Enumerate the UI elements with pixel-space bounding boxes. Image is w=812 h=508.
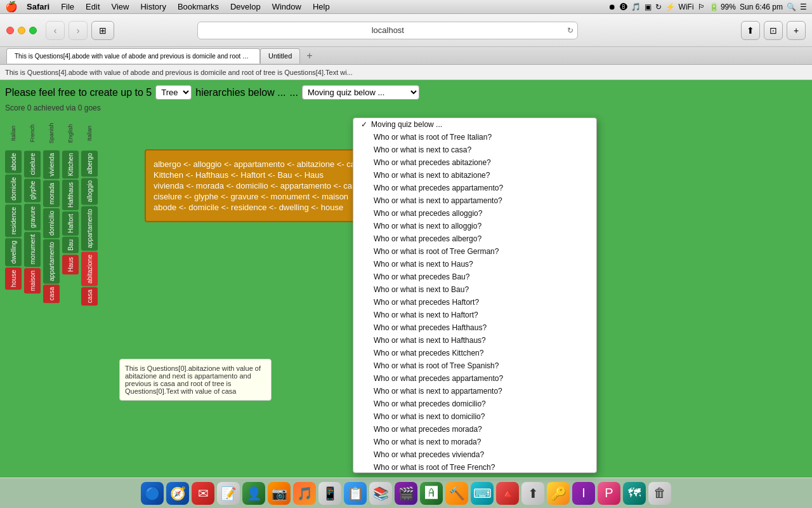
card-domicilio[interactable]: domicilio [43, 208, 60, 238]
card-casa-sp[interactable]: casa [43, 284, 60, 303]
dropdown-item-2[interactable]: Who or what is next to casa? [353, 144, 596, 156]
dropdown-item-10[interactable]: Who or what is root of Tree German? [353, 245, 596, 258]
card-gravure[interactable]: gravure [24, 204, 41, 231]
dock-maps[interactable]: 🗺 [623, 482, 646, 505]
card-domicile[interactable]: domicile [5, 175, 22, 203]
card-dwelling[interactable]: dwelling [5, 238, 22, 266]
menu-develop[interactable]: Develop [225, 0, 266, 13]
menu-history[interactable]: History [135, 0, 171, 13]
dock-phpstorm[interactable]: P [598, 482, 620, 505]
dropdown-item-12[interactable]: Who or what precedes Bau? [353, 271, 596, 283]
dropdown-item-27[interactable]: Who or what is root of Tree French? [353, 461, 596, 473]
dropdown-item-8[interactable]: Who or what is next to alloggio? [353, 220, 596, 232]
card-abitazione[interactable]: abitazione [81, 252, 98, 286]
dock-facetime[interactable]: 🎬 [395, 482, 417, 505]
card-morada[interactable]: morada [43, 180, 60, 207]
active-tab[interactable]: This is Questions[4].abode with value of… [6, 48, 260, 64]
url-bar[interactable]: localhost ↻ [197, 22, 578, 39]
dropdown-item-16[interactable]: Who or what precedes Hafthaus? [353, 321, 596, 334]
card-vivienda[interactable]: vivienda [43, 150, 60, 179]
card-glyphe[interactable]: glyphe [24, 178, 41, 202]
card-maison[interactable]: maison [24, 268, 41, 293]
card-abode[interactable]: abode [5, 150, 22, 173]
dock-contacts[interactable]: 👤 [242, 482, 265, 505]
fullscreen-button[interactable] [29, 27, 37, 34]
dropdown-item-13[interactable]: Who or what is next to Bau? [353, 283, 596, 296]
apple-menu[interactable]: 🍎 [5, 1, 18, 13]
dock-photos[interactable]: 📷 [268, 482, 291, 505]
tree-dropdown[interactable]: Tree [155, 85, 192, 100]
dropdown-item-0[interactable]: Moving quiz below ... [353, 118, 596, 131]
dock-intellij[interactable]: I [572, 482, 595, 505]
menu-help[interactable]: Help [308, 0, 335, 13]
dropdown-item-7[interactable]: Who or what precedes alloggio? [353, 207, 596, 220]
tab-overview-button[interactable]: ⊡ [764, 21, 783, 40]
dropdown-item-24[interactable]: Who or what precedes morada? [353, 423, 596, 436]
card-casa-it[interactable]: casa [81, 287, 98, 305]
dropdown-item-3[interactable]: Who or what precedes abitazione? [353, 156, 596, 169]
menu-window[interactable]: Window [267, 0, 306, 13]
card-haus[interactable]: Haus [62, 255, 79, 274]
dock-terminal[interactable]: ⌨ [471, 482, 494, 505]
card-bau[interactable]: Bau [62, 237, 79, 253]
dock-1password[interactable]: 🔑 [547, 482, 570, 505]
dropdown-item-17[interactable]: Who or what is next to Hafthaus? [353, 334, 596, 347]
card-monument[interactable]: monument [24, 232, 41, 267]
dock-filezilla[interactable]: ⬆ [521, 482, 544, 505]
menu-icon[interactable]: ☰ [800, 3, 807, 11]
card-appartamento-sp[interactable]: appartamento [43, 239, 60, 284]
dropdown-item-25[interactable]: Who or what is next to morada? [353, 436, 596, 448]
close-button[interactable] [6, 27, 14, 34]
dock-xcode[interactable]: 🔨 [445, 482, 468, 505]
dropdown-item-9[interactable]: Who or what precedes albergo? [353, 232, 596, 245]
dock-calculator[interactable]: 📱 [318, 482, 341, 505]
card-haftort[interactable]: Haftort [62, 211, 79, 236]
quiz-dropdown[interactable]: Moving quiz below ... [302, 85, 419, 100]
sidebar-button[interactable]: ⊞ [91, 21, 114, 40]
dropdown-item-19[interactable]: Who or what is root of Tree Spanish? [353, 359, 596, 372]
card-albergo[interactable]: albergo [81, 150, 98, 177]
minimize-button[interactable] [18, 27, 25, 34]
dock-reminders[interactable]: 📋 [344, 482, 367, 505]
dock-trash[interactable]: 🗑 [648, 482, 671, 505]
dock-itunes[interactable]: 🎵 [293, 482, 316, 505]
dropdown-item-21[interactable]: Who or what is next to appartamento? [353, 385, 596, 398]
dropdown-item-26[interactable]: Who or what precedes vivienda? [353, 448, 596, 461]
dock-notes[interactable]: 📝 [217, 482, 240, 505]
new-tab-button[interactable]: + [787, 21, 806, 40]
card-residence[interactable]: residence [5, 204, 22, 237]
second-tab[interactable]: Untitled [260, 48, 300, 64]
share-button[interactable]: ⬆ [741, 21, 760, 40]
dropdown-item-5[interactable]: Who or what precedes appartamento? [353, 182, 596, 194]
card-hafthaus[interactable]: Hafthaus [62, 180, 79, 210]
dropdown-item-20[interactable]: Who or what precedes appartamento? [353, 372, 596, 385]
dock-vlc[interactable]: 🔺 [496, 482, 519, 505]
dropdown-item-1[interactable]: Who or what is root of Tree Italian? [353, 131, 596, 144]
dropdown-item-11[interactable]: Who or what is next to Haus? [353, 258, 596, 271]
forward-button[interactable]: › [69, 21, 88, 40]
card-alloggio[interactable]: alloggio [81, 178, 98, 204]
menu-edit[interactable]: Edit [81, 0, 105, 13]
dropdown-item-18[interactable]: Who or what precedes Kittchen? [353, 347, 596, 359]
menu-bookmarks[interactable]: Bookmarks [173, 0, 224, 13]
search-icon[interactable]: 🔍 [787, 3, 796, 11]
new-tab-icon[interactable]: + [303, 50, 316, 62]
card-appartamento-it[interactable]: appartamento [81, 206, 98, 251]
dropdown-item-6[interactable]: Who or what is next to appartamento? [353, 194, 596, 207]
dropdown-item-15[interactable]: Who or what is next to Haftort? [353, 309, 596, 321]
quiz-dropdown-menu[interactable]: Moving quiz below ...Who or what is root… [353, 117, 597, 473]
back-button[interactable]: ‹ [46, 21, 65, 40]
menu-safari[interactable]: Safari [22, 0, 55, 13]
dock-dictionary[interactable]: 📚 [369, 482, 392, 505]
menu-view[interactable]: View [107, 0, 134, 13]
dropdown-item-14[interactable]: Who or what precedes Haftort? [353, 296, 596, 309]
card-ciselure[interactable]: ciselure [24, 150, 41, 177]
dock-finder[interactable]: 🔵 [141, 482, 164, 505]
dock-mail[interactable]: ✉ [192, 482, 214, 505]
card-kittchen[interactable]: Kittchen [62, 150, 79, 178]
dropdown-item-23[interactable]: Who or what is next to domicilio? [353, 410, 596, 423]
dropdown-item-22[interactable]: Who or what precedes domicilio? [353, 398, 596, 410]
reload-button[interactable]: ↻ [567, 26, 573, 35]
card-house[interactable]: house [5, 267, 22, 290]
dock-appstore[interactable]: 🅰 [420, 482, 443, 505]
